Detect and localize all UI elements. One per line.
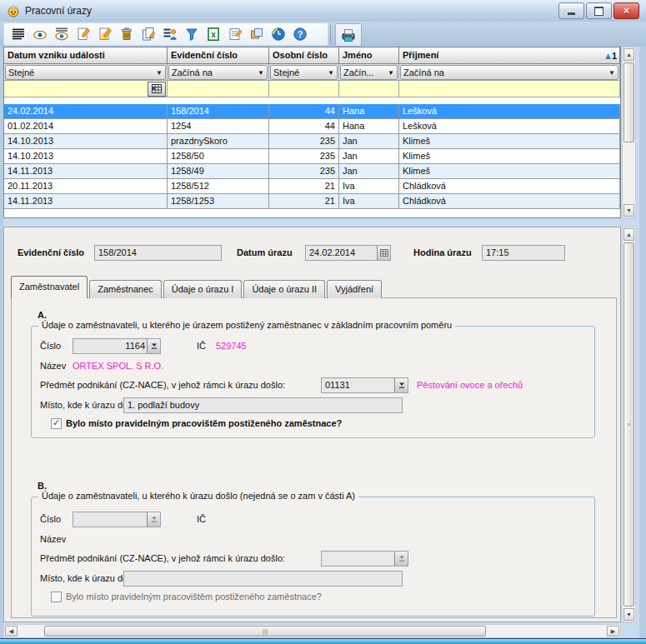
calendar-button[interactable] bbox=[148, 82, 166, 97]
copy-print-icon[interactable] bbox=[246, 24, 268, 44]
list-icon[interactable] bbox=[8, 24, 29, 44]
scroll-thumb[interactable]: ||| bbox=[44, 626, 486, 637]
tab-udaje-o-urazu-1[interactable]: Údaje o úrazu I bbox=[163, 280, 243, 298]
minimize-button[interactable] bbox=[558, 2, 584, 19]
delete-icon[interactable] bbox=[116, 24, 138, 44]
tab-udaje-o-urazu-2[interactable]: Údaje o úrazu II bbox=[243, 280, 325, 298]
column-header-evidencni[interactable]: Evidenční číslo bbox=[168, 47, 269, 64]
column-header-prijmeni[interactable]: Příjmení ▲1 bbox=[399, 47, 620, 64]
tab-vyjadreni[interactable]: Vyjádření bbox=[327, 280, 382, 298]
column-header-osobni[interactable]: Osobní číslo bbox=[269, 47, 339, 64]
close-button[interactable]: × bbox=[613, 2, 639, 19]
grid-vertical-scrollbar[interactable]: ▲ ▼ bbox=[622, 47, 636, 218]
filter-combo-evidencni[interactable]: Začíná na▼ bbox=[168, 65, 268, 80]
table-row[interactable]: 01.02.2014125444HanaLešková bbox=[4, 119, 620, 134]
column-header-datum[interactable]: Datum vzniku události bbox=[4, 47, 168, 64]
nazev-b-label: Název bbox=[40, 534, 66, 544]
hodina-urazu-field[interactable]: 17:15 bbox=[482, 245, 565, 261]
scroll-right-button[interactable]: ▶ bbox=[607, 626, 619, 637]
help-icon[interactable]: ? bbox=[289, 24, 311, 44]
cislo-b-field[interactable] bbox=[73, 512, 161, 527]
eye-list-icon[interactable] bbox=[51, 24, 73, 44]
predmet-label: Předmět podnikání (CZ-NACE), v jehož rám… bbox=[40, 380, 285, 390]
predmet-field[interactable]: 01131 bbox=[321, 377, 408, 393]
tab-strip: Zaměstnavatel Zaměstnanec Údaje o úrazu … bbox=[11, 276, 383, 298]
evidencni-cislo-field[interactable]: 158/2014 bbox=[94, 245, 222, 261]
calendar-icon bbox=[380, 249, 388, 257]
ic-value: 529745 bbox=[216, 341, 247, 351]
cislo-dropdown-button[interactable] bbox=[147, 339, 160, 353]
section-a-heading: A. bbox=[38, 310, 47, 320]
table-row[interactable]: 20.11.20131258/51221IvaChládková bbox=[4, 179, 620, 194]
table-row[interactable]: 14.11.20131258/49235JanKlimeš bbox=[4, 164, 620, 179]
misto-b-field[interactable] bbox=[123, 571, 403, 587]
records-grid: Datum vzniku události Evidenční číslo Os… bbox=[3, 47, 621, 218]
window-bottom-edge bbox=[0, 638, 646, 644]
predmet-b-dropdown-button[interactable] bbox=[394, 552, 408, 566]
edit-note-icon[interactable] bbox=[224, 24, 246, 44]
date-calendar-button[interactable] bbox=[377, 246, 390, 260]
toolbar-strip: x ? bbox=[3, 22, 328, 46]
column-header-jmeno[interactable]: Jméno bbox=[339, 47, 399, 64]
scroll-left-button[interactable]: ◀ bbox=[5, 626, 18, 637]
history-clock-icon[interactable] bbox=[268, 24, 289, 44]
pracoviste-checkbox-label: Bylo místo pravidelným pracovištěm posti… bbox=[66, 418, 342, 428]
title-bar[interactable]: Pracovní úrazy × bbox=[0, 0, 646, 22]
predmet-b-field[interactable] bbox=[321, 551, 408, 567]
filter-combo-datum[interactable]: Stejné▼ bbox=[5, 65, 166, 80]
restore-button[interactable] bbox=[586, 2, 612, 19]
filter-combo-jmeno[interactable]: Začín...▼ bbox=[340, 65, 398, 80]
print-button[interactable] bbox=[335, 23, 362, 47]
scroll-down-button[interactable]: ▼ bbox=[623, 204, 634, 217]
grid-filter-row: Stejné▼ Začíná na▼ Stejné▼ Začín...▼ Zač… bbox=[4, 64, 620, 81]
filter-input-jmeno[interactable] bbox=[339, 81, 399, 97]
filter-input-prijmeni[interactable] bbox=[399, 81, 620, 97]
app-window: Pracovní úrazy × x ? bbox=[0, 0, 646, 644]
filter-combo-prijmeni[interactable]: Začíná na▼ bbox=[400, 65, 618, 80]
table-row[interactable]: 24.02.2014158/201444HanaLešková bbox=[4, 104, 620, 119]
eye-icon[interactable] bbox=[29, 24, 51, 44]
chevron-down-icon: ▼ bbox=[328, 69, 334, 77]
detail-vertical-scrollbar[interactable]: ▲ ≡ ▼ bbox=[622, 227, 636, 622]
close-icon: × bbox=[623, 6, 629, 16]
excel-export-icon[interactable]: x bbox=[203, 24, 224, 44]
scroll-up-button[interactable]: ▲ bbox=[623, 228, 634, 241]
edit-document-icon[interactable] bbox=[94, 24, 116, 44]
sort-order: 1 bbox=[612, 48, 617, 64]
table-row[interactable]: 14.11.20131258/125321IvaChládková bbox=[4, 194, 620, 209]
pracoviste-checkbox[interactable]: ✓ bbox=[51, 418, 62, 429]
tab-zamestnanec[interactable]: Zaměstnanec bbox=[89, 280, 162, 298]
detail-horizontal-scrollbar[interactable]: ◀ ||| ▶ bbox=[3, 624, 621, 638]
tab-panel-zamestnavatel: A. Údaje o zaměstnavateli, u kterého je … bbox=[11, 297, 617, 618]
filter-input-osobni[interactable] bbox=[269, 81, 339, 97]
person-list-icon[interactable] bbox=[159, 24, 181, 44]
filter-icon[interactable] bbox=[181, 24, 203, 44]
predmet-text: Pěstování ovoce a ořechů bbox=[417, 380, 523, 390]
predmet-dropdown-button[interactable] bbox=[394, 378, 408, 392]
chevron-down-icon: ▼ bbox=[388, 69, 394, 77]
new-document-icon[interactable] bbox=[73, 24, 94, 44]
hodina-urazu-label: Hodina úrazu bbox=[413, 247, 472, 257]
cislo-field[interactable]: 1164 bbox=[73, 338, 161, 354]
window-title: Pracovní úrazy bbox=[25, 5, 92, 17]
misto-field[interactable]: 1. podlaží budovy bbox=[123, 397, 403, 413]
filter-input-datum[interactable] bbox=[4, 81, 168, 97]
sort-indicator[interactable]: ▲1 bbox=[603, 48, 617, 64]
pracoviste-b-checkbox[interactable] bbox=[51, 592, 62, 602]
copy-document-icon[interactable] bbox=[138, 24, 159, 44]
cislo-b-dropdown-button[interactable] bbox=[147, 512, 160, 527]
chevron-down-icon: ▼ bbox=[608, 69, 615, 77]
toolbar-separator bbox=[330, 25, 331, 43]
table-row[interactable]: 14.10.20131258/50235JanKlimeš bbox=[4, 149, 620, 164]
scroll-up-button[interactable]: ▲ bbox=[623, 48, 634, 61]
filter-input-evidencni[interactable] bbox=[168, 81, 269, 97]
chevron-down-icon: ▼ bbox=[156, 69, 163, 77]
table-row[interactable]: 14.10.2013prazdnySkoro235JanKlimeš bbox=[4, 134, 620, 149]
datum-urazu-field[interactable]: 24.02.2014 bbox=[305, 245, 391, 261]
tab-zamestnavatel[interactable]: Zaměstnavatel bbox=[11, 276, 88, 298]
filter-combo-osobni[interactable]: Stejné▼ bbox=[270, 65, 338, 80]
scroll-thumb[interactable]: ≡ bbox=[623, 242, 634, 607]
scroll-thumb[interactable] bbox=[623, 62, 634, 142]
app-icon bbox=[7, 4, 20, 17]
scroll-down-button[interactable]: ▼ bbox=[623, 608, 634, 621]
